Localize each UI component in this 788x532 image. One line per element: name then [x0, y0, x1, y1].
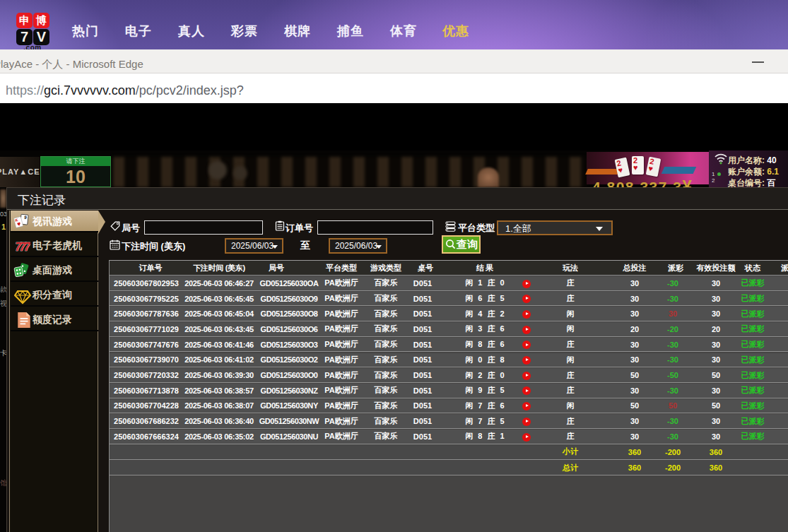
- svg-text:777: 777: [15, 241, 30, 253]
